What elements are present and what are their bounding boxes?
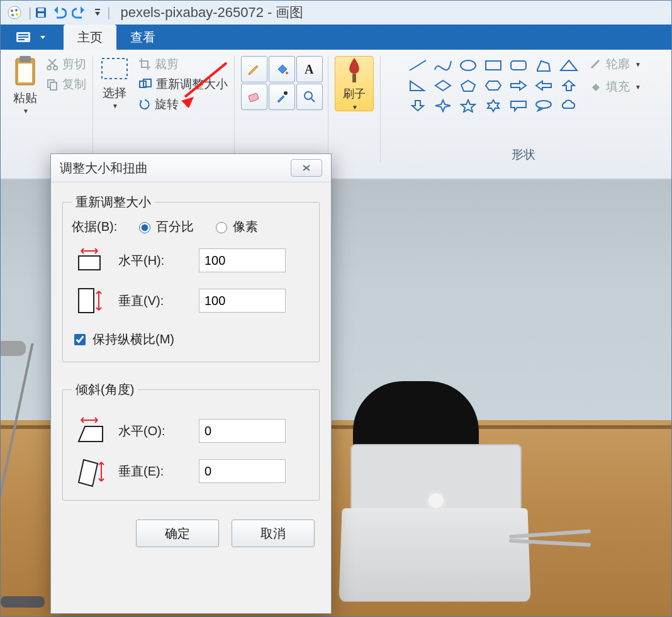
brushes-button[interactable]: 刷子 ▼ [335,56,374,111]
copy-button[interactable]: 复制 [46,76,86,92]
group-tools: A [235,56,328,163]
group-clipboard: 粘贴▼ 剪切 复制 [6,56,93,163]
resize-v-input[interactable] [199,289,286,313]
svg-rect-14 [20,56,31,62]
resize-fieldset: 重新调整大小 依据(B): 百分比 像素 水平(H): 垂直(V): 保持纵横比… [62,194,320,362]
svg-rect-30 [486,61,501,70]
paste-button[interactable]: 粘贴▼ [12,56,38,114]
shape-fill-button[interactable]: 填充▼ [590,79,641,95]
resize-horizontal-icon [72,245,107,275]
tab-view[interactable]: 查看 [116,25,169,50]
svg-point-4 [11,14,14,16]
shape-outline-button[interactable]: 轮廓▼ [590,56,641,72]
shape-curve-icon[interactable] [433,58,453,72]
save-button[interactable] [34,6,48,19]
shape-rect-icon[interactable] [483,58,503,72]
svg-point-3 [16,13,18,16]
shape-polygon-icon[interactable] [534,58,554,72]
tab-home[interactable]: 主页 [64,25,116,50]
svg-rect-25 [249,93,259,102]
svg-point-23 [286,72,288,74]
pencil-tool[interactable] [241,56,267,82]
shapes-gallery[interactable] [406,56,581,115]
shape-line-icon[interactable] [408,58,428,72]
ok-button[interactable]: 确定 [136,520,219,547]
skew-horizontal-icon [72,416,107,446]
rotate-button[interactable]: 旋转▼ [138,96,190,113]
shape-diamond-icon[interactable] [433,79,453,92]
app-icon [7,5,22,20]
skew-v-label: 垂直(E): [118,463,188,480]
shape-arrow-up-icon[interactable] [559,79,579,92]
shape-callout-oval-icon[interactable] [534,99,554,113]
skew-fieldset: 倾斜(角度) 水平(O): 垂直(E): [62,381,320,501]
fill-tool[interactable] [269,56,295,82]
svg-point-0 [8,6,21,19]
shape-pentagon-icon[interactable] [458,79,478,92]
svg-point-29 [461,60,476,70]
aspect-ratio-label: 保持纵横比(M) [92,331,174,348]
dialog-close-button[interactable] [291,159,322,177]
svg-point-17 [53,66,57,70]
crop-button[interactable]: 裁剪 [138,56,179,72]
group-image: 选择▼ 裁剪 重新调整大小 旋转▼ [93,56,235,163]
quick-access-toolbar [34,6,104,19]
shape-roundrect-icon[interactable] [508,58,529,72]
svg-point-1 [11,9,13,12]
shape-triangle-icon[interactable] [559,58,579,72]
magnifier-tool[interactable] [296,84,323,110]
picker-tool[interactable] [269,84,295,110]
svg-rect-19 [50,82,57,90]
resize-skew-dialog: 调整大小和扭曲 重新调整大小 依据(B): 百分比 像素 水平(H): 垂直(V… [50,153,332,614]
shape-arrow-right-icon[interactable] [508,79,529,92]
svg-rect-31 [511,61,526,70]
svg-point-16 [47,66,51,70]
select-button[interactable]: 选择▼ [99,56,130,109]
resize-button[interactable]: 重新调整大小 [138,76,228,92]
svg-rect-12 [18,39,25,40]
shape-arrow-down-icon[interactable] [408,99,428,113]
svg-rect-10 [18,34,28,35]
cut-button[interactable]: 剪切 [46,56,86,72]
svg-point-27 [305,92,312,99]
svg-rect-11 [18,36,28,38]
shape-arrow-left-icon[interactable] [534,79,554,92]
group-shapes: 轮廓▼ 填充▼ 形状 [381,56,666,163]
group-brushes: 刷子 ▼ [328,56,381,163]
svg-point-26 [284,91,288,95]
shape-oval-icon[interactable] [458,58,478,72]
shape-hexagon-icon[interactable] [483,79,503,92]
skew-v-input[interactable] [199,459,286,483]
separator: | [28,6,31,20]
redo-button[interactable] [72,6,86,19]
resize-h-input[interactable] [199,248,286,272]
dialog-title: 调整大小和扭曲 [60,160,148,177]
svg-text:A: A [305,62,314,76]
svg-rect-15 [18,64,32,82]
radio-percent[interactable]: 百分比 [136,218,194,235]
shape-star5-icon[interactable] [458,99,478,113]
shape-right-triangle-icon[interactable] [408,79,428,92]
undo-button[interactable] [53,6,67,19]
qat-customize-button[interactable] [91,6,104,19]
shape-star6-icon[interactable] [483,99,503,113]
separator: | [107,6,110,20]
svg-rect-22 [143,79,151,87]
shape-cloud-icon[interactable] [559,99,579,113]
skew-h-input[interactable] [199,419,286,443]
resize-h-label: 水平(H): [118,252,188,269]
shape-callout-rect-icon[interactable] [508,99,529,113]
radio-pixels[interactable]: 像素 [213,218,258,235]
text-tool[interactable]: A [296,56,323,82]
svg-rect-8 [95,9,100,10]
aspect-ratio-checkbox[interactable] [74,334,86,345]
file-menu-button[interactable] [1,25,64,50]
cancel-button[interactable]: 取消 [232,520,315,547]
svg-point-32 [536,101,551,108]
group-label: 形状 [512,144,535,163]
skew-h-label: 水平(O): [118,423,188,440]
svg-rect-6 [38,8,44,11]
eraser-tool[interactable] [241,84,267,110]
shape-star4-icon[interactable] [433,99,453,113]
dialog-titlebar[interactable]: 调整大小和扭曲 [51,154,331,182]
